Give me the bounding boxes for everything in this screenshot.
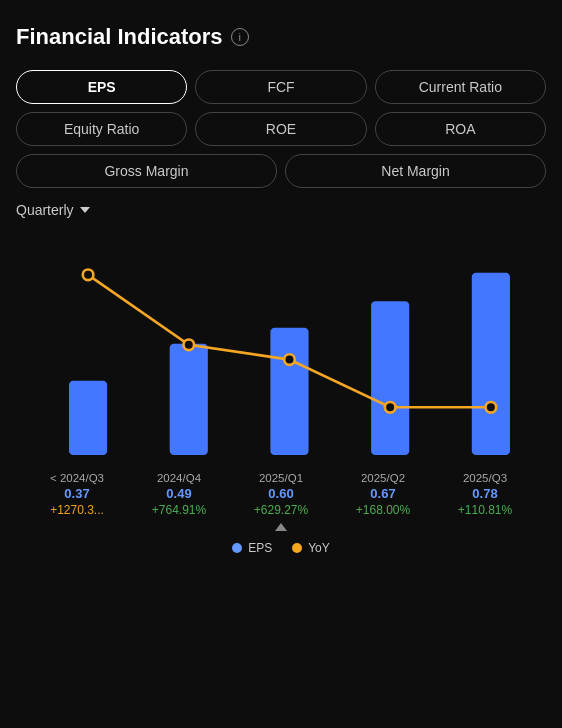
tab-btn-equity-ratio[interactable]: Equity Ratio	[16, 112, 187, 146]
bar-3	[371, 301, 409, 455]
tab-row-3: Gross MarginNet Margin	[16, 154, 546, 188]
bar-0	[69, 381, 107, 455]
chart-area	[16, 234, 546, 464]
col-period-4: 2025/Q3	[463, 472, 507, 484]
tab-btn-eps[interactable]: EPS	[16, 70, 187, 104]
period-label: Quarterly	[16, 202, 74, 218]
legend-eps-label: EPS	[248, 541, 272, 555]
tab-row-2: Equity RatioROEROA	[16, 112, 546, 146]
chart-legend: EPS YoY	[16, 541, 546, 555]
bar-2	[270, 328, 308, 455]
col-period-3: 2025/Q2	[361, 472, 405, 484]
col-eps-3: 0.67	[370, 486, 395, 501]
yoy-dot-2	[284, 354, 295, 365]
col-yoy-4: +110.81%	[458, 503, 512, 517]
legend-yoy-label: YoY	[308, 541, 330, 555]
expand-button[interactable]	[16, 523, 546, 531]
chart-col-4: 2025/Q30.78+110.81%	[434, 472, 536, 517]
chart-col-0: < 2024/Q30.37+1270.3...	[26, 472, 128, 517]
info-icon[interactable]: i	[231, 28, 249, 46]
chart-labels: < 2024/Q30.37+1270.3...2024/Q40.49+764.9…	[16, 472, 546, 517]
chart-svg	[16, 234, 546, 464]
col-period-2: 2025/Q1	[259, 472, 303, 484]
tab-btn-fcf[interactable]: FCF	[195, 70, 366, 104]
tab-row-1: EPSFCFCurrent Ratio	[16, 70, 546, 104]
page-title: Financial Indicators	[16, 24, 223, 50]
tab-btn-gross-margin[interactable]: Gross Margin	[16, 154, 277, 188]
bar-4	[472, 273, 510, 455]
yoy-dot-1	[183, 339, 194, 350]
col-yoy-0: +1270.3...	[50, 503, 104, 517]
yoy-dot-0	[83, 270, 94, 281]
col-yoy-1: +764.91%	[152, 503, 206, 517]
tab-btn-roa[interactable]: ROA	[375, 112, 546, 146]
col-period-0: < 2024/Q3	[50, 472, 104, 484]
legend-eps: EPS	[232, 541, 272, 555]
chart-col-3: 2025/Q20.67+168.00%	[332, 472, 434, 517]
legend-eps-dot	[232, 543, 242, 553]
expand-arrow-icon[interactable]	[275, 523, 287, 531]
col-eps-4: 0.78	[472, 486, 497, 501]
chart-col-2: 2025/Q10.60+629.27%	[230, 472, 332, 517]
page-header: Financial Indicators i	[16, 24, 546, 50]
legend-yoy-dot	[292, 543, 302, 553]
col-eps-2: 0.60	[268, 486, 293, 501]
period-selector[interactable]: Quarterly	[16, 202, 546, 218]
yoy-dot-4	[486, 402, 497, 413]
tab-btn-current-ratio[interactable]: Current Ratio	[375, 70, 546, 104]
bar-1	[170, 344, 208, 455]
tab-btn-roe[interactable]: ROE	[195, 112, 366, 146]
tab-btn-net-margin[interactable]: Net Margin	[285, 154, 546, 188]
col-yoy-2: +629.27%	[254, 503, 308, 517]
col-period-1: 2024/Q4	[157, 472, 201, 484]
yoy-dot-3	[385, 402, 396, 413]
col-yoy-3: +168.00%	[356, 503, 410, 517]
legend-yoy: YoY	[292, 541, 330, 555]
chevron-down-icon	[80, 207, 90, 213]
col-eps-0: 0.37	[64, 486, 89, 501]
col-eps-1: 0.49	[166, 486, 191, 501]
chart-col-1: 2024/Q40.49+764.91%	[128, 472, 230, 517]
